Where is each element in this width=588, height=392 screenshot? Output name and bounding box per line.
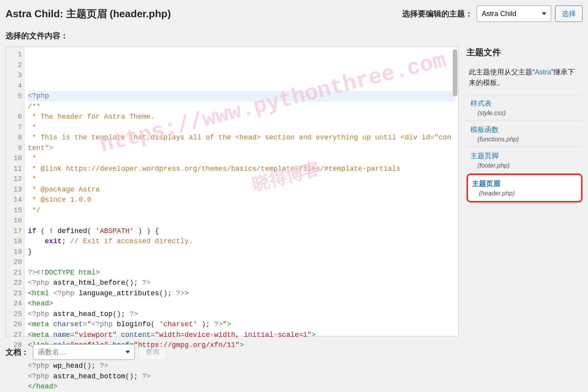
code-line[interactable]: <html <?php language_attributes(); ?>>: [28, 288, 455, 299]
select-theme-button[interactable]: 选择: [555, 5, 583, 22]
code-line[interactable]: <meta charset="<?php bloginfo( 'charset'…: [28, 319, 455, 330]
code-line[interactable]: if ( ! defined( 'ABSPATH' ) ) {: [28, 226, 455, 237]
code-line[interactable]: <?php wp_head(); ?>: [28, 361, 455, 371]
theme-file-sub: (style.css): [470, 110, 579, 117]
theme-select-label: 选择要编辑的主题：: [402, 9, 473, 19]
theme-file-list: 样式表(style.css)模板函数(functions.php)主题页脚(fo…: [466, 94, 583, 202]
code-line[interactable]: * @link https://developer.wordpress.org/…: [28, 164, 455, 174]
code-line[interactable]: <head>: [28, 298, 455, 309]
theme-file-name: 主题页脚: [470, 151, 579, 161]
theme-file-item[interactable]: 样式表(style.css): [466, 94, 583, 121]
code-line[interactable]: <?php: [28, 91, 455, 101]
parent-theme-link[interactable]: Astra: [535, 68, 551, 76]
code-line[interactable]: * This is the template that displays all…: [28, 132, 455, 153]
code-line[interactable]: * The header for Astra Theme.: [28, 112, 455, 122]
sidebar-info: 此主题使用从父主题“Astra”继承下来的模板。: [466, 67, 583, 94]
code-line[interactable]: *: [28, 122, 455, 133]
theme-file-name: 主题页眉: [472, 179, 577, 188]
code-line[interactable]: <?php astra_html_before(); ?>: [28, 278, 455, 288]
code-line[interactable]: [28, 257, 455, 267]
code-area[interactable]: https://www.pythonthree.com 晓得博客 <?php/*…: [25, 47, 458, 336]
theme-file-item[interactable]: 主题页眉(header.php): [466, 173, 583, 202]
theme-file-name: 样式表: [470, 99, 579, 108]
content-label: 选择的文件内容：: [5, 31, 583, 41]
code-line[interactable]: </head>: [28, 381, 455, 392]
code-line[interactable]: */: [28, 205, 455, 216]
theme-select-group: 选择要编辑的主题： Astra Child 选择: [402, 5, 583, 22]
code-editor[interactable]: 12345 6789101112131415161718192021222324…: [5, 47, 459, 336]
code-line[interactable]: *: [28, 153, 455, 164]
theme-select[interactable]: Astra Child: [477, 5, 551, 22]
page-title: Astra Child: 主题页眉 (header.php): [5, 7, 171, 21]
code-line[interactable]: }: [28, 247, 455, 257]
code-line[interactable]: * @package Astra: [28, 184, 455, 195]
code-line[interactable]: /**: [28, 101, 455, 112]
line-number-gutter: 12345 6789101112131415161718192021222324…: [6, 47, 25, 336]
theme-file-name: 模板函数: [470, 125, 579, 134]
code-line[interactable]: ?><!DOCTYPE html>: [28, 267, 455, 278]
code-line[interactable]: * @since 1.0.0: [28, 195, 455, 205]
sidebar-title: 主题文件: [466, 47, 583, 58]
code-line[interactable]: <meta name="viewport" content="width=dev…: [28, 330, 455, 340]
editor-scrollbar[interactable]: [453, 49, 457, 96]
theme-file-sub: (header.php): [472, 190, 577, 197]
function-name-select[interactable]: 函数名…: [33, 344, 135, 360]
code-line[interactable]: *: [28, 174, 455, 184]
theme-file-item[interactable]: 模板函数(functions.php): [466, 121, 583, 147]
code-line[interactable]: <?php astra_head_top(); ?>: [28, 309, 455, 320]
theme-file-sub: (functions.php): [470, 136, 579, 143]
code-line[interactable]: <?php astra_head_bottom(); ?>: [28, 371, 455, 382]
theme-file-item[interactable]: 主题页脚(footer.php): [466, 147, 583, 173]
theme-file-sub: (footer.php): [470, 162, 579, 169]
code-line[interactable]: [28, 215, 455, 226]
code-line[interactable]: exit; // Exit if accessed directly.: [28, 236, 455, 247]
